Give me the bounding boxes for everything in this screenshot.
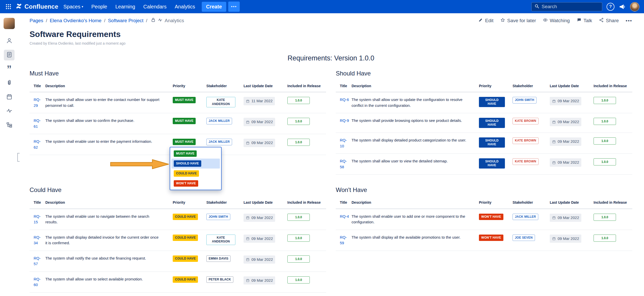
priority-badge[interactable]: COULD HAVE — [173, 214, 198, 220]
sidebar-item-profile[interactable] — [4, 36, 15, 46]
requirement-link[interactable]: RQ-58 — [340, 159, 347, 169]
stakeholder-badge: KATE BROWN — [513, 158, 539, 165]
share-icon — [599, 18, 604, 24]
nav-people[interactable]: People — [91, 4, 107, 10]
search-input[interactable] — [542, 4, 604, 9]
share-button[interactable]: Share — [599, 18, 619, 24]
top-navigation-bar: Confluence Spaces▾ People Learning Calen… — [0, 0, 644, 13]
dropdown-option-must[interactable]: MUST HAVE — [171, 149, 220, 159]
date-chip: 09 Mar 2022 — [244, 235, 275, 243]
priority-badge[interactable]: SHOULD HAVE — [479, 97, 505, 107]
priority-badge[interactable]: SHOULD HAVE — [479, 118, 505, 128]
app-switcher-icon[interactable] — [5, 3, 12, 10]
nav-analytics[interactable]: Analytics — [175, 4, 195, 10]
dropdown-option-could[interactable]: COULD HAVE — [171, 169, 220, 178]
requirement-link[interactable]: RQ-60 — [34, 277, 41, 287]
requirement-description: The system shall provide browsing option… — [352, 113, 479, 133]
priority-badge[interactable]: WON'T HAVE — [479, 235, 503, 241]
pencil-icon — [478, 18, 483, 24]
col-stakeholder: Stakeholder — [206, 197, 244, 209]
priority-badge[interactable]: MUST HAVE — [173, 139, 196, 145]
requirement-link[interactable]: RQ-62 — [34, 139, 41, 149]
confluence-logo[interactable]: Confluence — [15, 3, 58, 11]
dropdown-option-wont[interactable]: WON'T HAVE — [171, 178, 220, 188]
col-description: Description — [45, 80, 173, 92]
announcement-icon[interactable] — [619, 3, 626, 10]
breadcrumb-pages[interactable]: Pages — [30, 18, 43, 23]
breadcrumb-home[interactable]: Elena Ovdienko's Home — [50, 18, 101, 23]
col-stakeholder: Stakeholder — [206, 80, 244, 92]
user-avatar[interactable] — [630, 2, 639, 11]
requirement-link[interactable]: RQ-4 — [340, 214, 349, 218]
priority-badge[interactable]: MUST HAVE — [173, 97, 196, 103]
save-for-later-button[interactable]: Save for later — [500, 18, 536, 24]
create-button[interactable]: Create — [202, 2, 226, 12]
sidebar-item-page-tree[interactable] — [4, 120, 15, 131]
col-stakeholder: Stakeholder — [513, 80, 550, 92]
table-header-row: Title Description Priority Stakeholder L… — [30, 80, 326, 92]
requirement-link[interactable]: RQ-59 — [340, 235, 347, 245]
watching-button[interactable]: Watching — [543, 18, 570, 24]
page-more-button[interactable]: ••• — [626, 18, 632, 23]
requirement-link[interactable]: RQ-61 — [34, 118, 41, 128]
sidebar-item-calendar[interactable] — [4, 92, 15, 102]
brand-name: Confluence — [24, 3, 58, 10]
section-heading: Must Have — [30, 70, 326, 77]
edit-button[interactable]: Edit — [478, 18, 493, 24]
sidebar-item-blog[interactable]: ” — [4, 64, 15, 74]
stakeholder-badge: JOHN SMITH — [206, 214, 230, 220]
table-header-row: Title Description Priority Stakeholder L… — [336, 197, 632, 209]
stakeholder-badge: EMMA DAVIS — [206, 255, 231, 262]
requirement-link[interactable]: RQ-29 — [34, 97, 41, 108]
priority-badge[interactable]: COULD HAVE — [173, 276, 198, 283]
date-chip: 09 Mar 2022 — [550, 158, 581, 167]
space-sidebar: ” — [0, 13, 18, 296]
priority-badge[interactable]: COULD HAVE — [173, 235, 198, 241]
requirement-link[interactable]: RQ-57 — [34, 256, 41, 266]
col-release: Included in Release — [594, 80, 632, 92]
table-header-row: Title Description Priority Stakeholder L… — [336, 80, 632, 92]
dropdown-option-should[interactable]: SHOULD HAVE — [171, 159, 220, 169]
nav-calendars[interactable]: Calendars — [143, 4, 167, 10]
date-chip: 09 Mar 2022 — [550, 214, 581, 222]
space-avatar[interactable] — [4, 18, 15, 29]
stakeholder-badge: KATE BROWN — [513, 118, 539, 124]
restrictions-lock-icon[interactable] — [151, 18, 156, 24]
sidebar-collapse-handle[interactable] — [17, 153, 20, 162]
analytics-label[interactable]: Analytics — [165, 18, 184, 23]
priority-badge[interactable]: SHOULD HAVE — [479, 137, 505, 148]
sidebar-item-attachments[interactable] — [4, 78, 15, 88]
search-icon — [534, 4, 539, 10]
talk-button[interactable]: Talk — [577, 18, 592, 24]
priority-badge[interactable]: SHOULD HAVE — [479, 158, 505, 169]
page-actions: Edit Save for later Watching Talk Share — [478, 18, 632, 24]
requirement-link[interactable]: RQ-34 — [34, 235, 41, 245]
nav-spaces[interactable]: Spaces▾ — [63, 4, 83, 10]
sidebar-item-analytics[interactable] — [4, 106, 15, 117]
requirement-description: The system shall display all the availab… — [352, 230, 479, 251]
breadcrumb-space[interactable]: Software Project — [108, 18, 143, 23]
table-row: RQ-62 The system shall enable user to en… — [30, 134, 326, 155]
nav-learning[interactable]: Learning — [115, 4, 135, 10]
release-badge: 1.0.0 — [287, 255, 310, 263]
pulse-icon — [6, 108, 12, 115]
requirement-link[interactable]: RQ-15 — [34, 214, 41, 224]
search-box[interactable] — [531, 2, 602, 11]
priority-badge[interactable]: COULD HAVE — [173, 255, 198, 262]
priority-badge[interactable]: WON'T HAVE — [479, 214, 503, 220]
requirement-description: The system shall allow user to confirm t… — [45, 113, 173, 134]
priority-badge[interactable]: MUST HAVE — [173, 118, 196, 124]
section-could-have: Could Have Title Description Priority St… — [30, 186, 326, 296]
paperclip-icon — [6, 80, 12, 87]
help-icon[interactable]: ? — [607, 3, 614, 11]
primary-nav: Spaces▾ People Learning Calendars Analyt… — [63, 4, 195, 10]
requirement-description: The system shall allow user to select av… — [45, 272, 173, 292]
topbar-more-button[interactable]: ••• — [228, 2, 240, 12]
col-release: Included in Release — [287, 197, 326, 209]
requirement-link[interactable]: RQ-10 — [340, 138, 347, 148]
requirement-link[interactable]: RQ-9 — [340, 118, 349, 123]
requirement-link[interactable]: RQ-6 — [340, 97, 349, 102]
could-have-table: Title Description Priority Stakeholder L… — [30, 197, 326, 296]
sidebar-item-pages[interactable] — [4, 50, 15, 60]
col-description: Description — [352, 80, 479, 92]
